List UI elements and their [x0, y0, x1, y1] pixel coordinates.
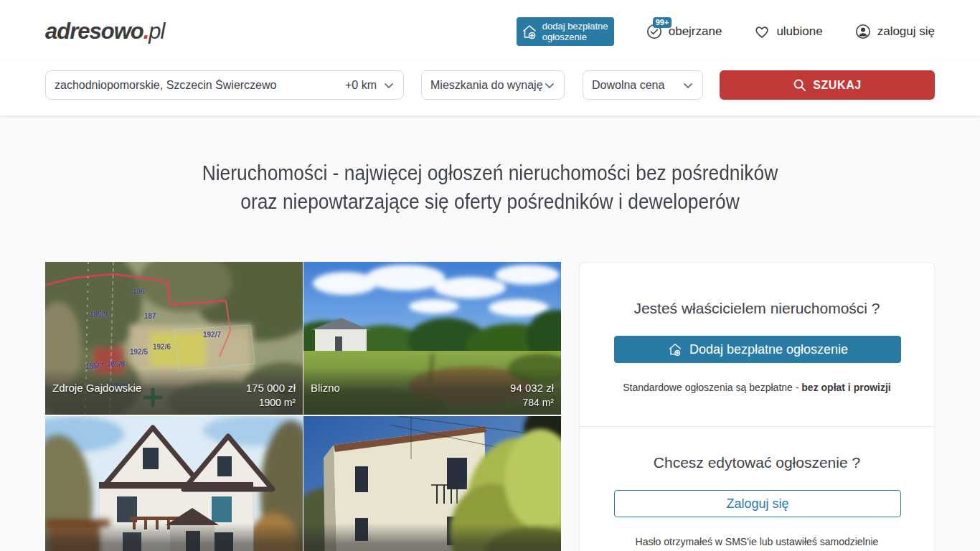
logo-tld: pl	[149, 19, 164, 44]
listing-grid: 186 185/9 187 192/7 192/5 192/6 185/7 18…	[45, 262, 561, 551]
nav-login[interactable]: zaloguj się	[854, 23, 935, 40]
search-bar: zachodniopomorskie, Szczecin Świerczewo …	[0, 63, 980, 116]
owner-section: Jesteś właścicielem nieruchomości ? Doda…	[580, 263, 934, 426]
listing-card-zdroje-gajdowskie[interactable]: 186 185/9 187 192/7 192/5 192/6 185/7 18…	[45, 262, 303, 415]
search-button[interactable]: SZUKAJ	[720, 70, 935, 100]
site-logo[interactable]: adresowo.pl	[45, 19, 164, 44]
listing-card-zakrzewo-koscielne[interactable]: Zakrzewo Kościelne 1 250 000 zł	[45, 416, 303, 551]
viewed-count-badge: 99+	[653, 17, 672, 28]
page-title-line1: Nieruchomości - najwięcej ogłoszeń nieru…	[59, 159, 921, 187]
page-title-line2: oraz niepowtarzające się oferty pośredni…	[59, 187, 921, 216]
chevron-down-icon	[383, 80, 395, 91]
radius-value: +0 km	[345, 79, 377, 92]
listing-area: 1900 m²	[246, 397, 296, 408]
nav-favorites-label: ulubione	[776, 24, 822, 39]
owner-note: Standardowe ogłoszenia są bezpłatne - be…	[614, 382, 900, 393]
search-button-label: SZUKAJ	[813, 79, 862, 92]
listing-name: Blizno	[311, 382, 340, 408]
main-content: 186 185/9 187 192/7 192/5 192/6 185/7 18…	[0, 216, 980, 551]
owner-heading: Jesteś właścicielem nieruchomości ?	[614, 300, 900, 317]
listing-info-band: Blizno 94 032 zł 784 m²	[303, 369, 561, 415]
edit-heading: Chcesz edytować ogłoszenie ?	[614, 454, 900, 471]
header: adresowo.pl dodaj bezpłatne ogłoszenie 9…	[0, 0, 980, 63]
category-value: Mieszkania do wynajęc	[430, 79, 542, 92]
listing-card-blizno[interactable]: Blizno 94 032 zł 784 m²	[303, 262, 561, 415]
add-free-listing-label: Dodaj bezpłatne ogłoszenie	[689, 342, 848, 357]
edit-section: Chcesz edytować ogłoszenie ? Zaloguj się…	[580, 426, 934, 551]
listing-info-band: Zdroje Gajdowskie 175 000 zł 1900 m²	[45, 369, 303, 415]
house-add-icon	[667, 342, 683, 357]
check-circle-icon: 99+	[646, 23, 663, 40]
nav-viewed-label: obejrzane	[669, 24, 722, 39]
logo-text: adresowo	[45, 19, 143, 44]
listing-name: Zdroje Gajdowskie	[52, 382, 141, 408]
listing-price: 175 000 zł	[246, 382, 296, 394]
listing-card-pyki[interactable]: Pyki, ul. Graniczna 370 000 zł	[303, 416, 561, 551]
price-select[interactable]: Dowolna cena	[583, 70, 703, 100]
login-button-label: Zaloguj się	[726, 496, 788, 512]
listing-price: 94 032 zł	[510, 382, 554, 394]
add-listing-button[interactable]: dodaj bezpłatne ogłoszenie	[517, 17, 614, 46]
location-input[interactable]: zachodniopomorskie, Szczecin Świerczewo …	[45, 70, 404, 100]
location-value: zachodniopomorskie, Szczecin Świerczewo	[55, 79, 345, 92]
category-select[interactable]: Mieszkania do wynajęc	[421, 70, 565, 100]
nav-login-label: zaloguj się	[877, 24, 935, 39]
listing-info-band: Pyki, ul. Graniczna 370 000 zł	[303, 523, 561, 551]
page-title: Nieruchomości - najwięcej ogłoszeń nieru…	[0, 159, 980, 216]
nav-favorites[interactable]: ulubione	[753, 23, 822, 40]
chevron-down-icon	[682, 80, 694, 91]
top-navigation: dodaj bezpłatne ogłoszenie 99+ obejrzane…	[517, 17, 935, 46]
heart-icon	[753, 23, 771, 40]
house-add-icon	[521, 23, 538, 40]
add-listing-label: dodaj bezpłatne ogłoszenie	[542, 21, 608, 42]
owner-note-bold: bez opłat i prowizji	[801, 382, 890, 393]
search-icon	[793, 78, 806, 92]
add-free-listing-button[interactable]: Dodaj bezpłatne ogłoszenie	[614, 336, 901, 363]
user-icon	[854, 23, 872, 40]
chevron-down-icon	[544, 80, 555, 91]
nav-viewed[interactable]: 99+ obejrzane	[646, 23, 722, 40]
price-value: Dowolna cena	[592, 79, 664, 92]
listing-info-band: Zakrzewo Kościelne 1 250 000 zł	[45, 523, 303, 551]
listing-area: 784 m²	[510, 397, 554, 408]
owner-sidebar: Jesteś właścicielem nieruchomości ? Doda…	[579, 262, 935, 551]
edit-note: Hasło otrzymałeś w SMS'ie lub ustawiłeś …	[614, 536, 900, 547]
radius-select[interactable]: +0 km	[345, 79, 395, 92]
login-button[interactable]: Zaloguj się	[614, 490, 901, 517]
